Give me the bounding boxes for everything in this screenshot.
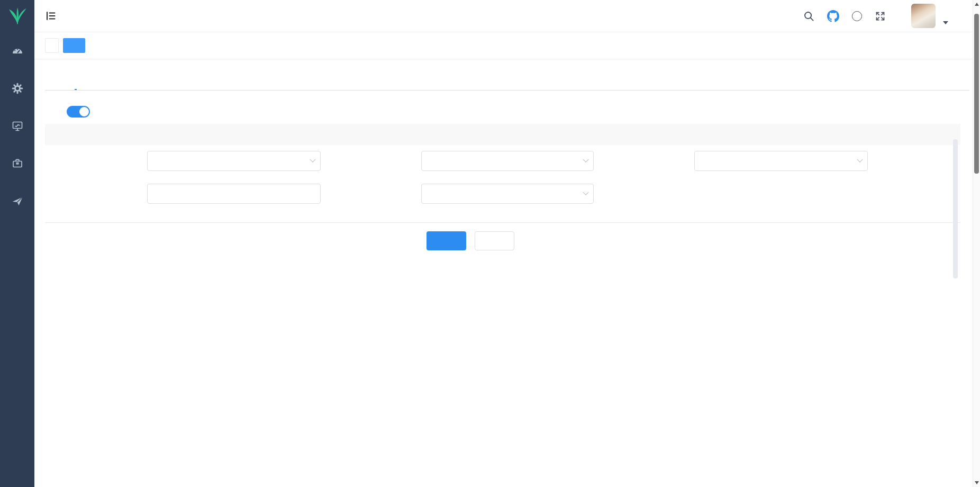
chevron-down-icon	[583, 190, 588, 195]
row-expand-panel	[45, 145, 960, 223]
tag-home[interactable]	[45, 38, 59, 53]
scroll-down-arrow-icon[interactable]	[975, 481, 979, 484]
sidebar-item-dashboard[interactable]	[0, 32, 34, 69]
github-icon[interactable]	[827, 10, 839, 22]
main-area	[34, 0, 980, 487]
sidebar-item-publish[interactable]	[0, 182, 34, 220]
back-button[interactable]	[475, 231, 514, 250]
assoc-table-select[interactable]	[147, 151, 321, 171]
briefcase-icon	[11, 157, 24, 170]
assoc-field-select[interactable]	[421, 151, 594, 171]
sidebar	[0, 0, 34, 487]
topbar	[34, 0, 980, 32]
map-java-type-select[interactable]	[421, 184, 594, 204]
sidebar-item-monitor[interactable]	[0, 107, 34, 145]
fullscreen-icon[interactable]	[875, 11, 886, 22]
table-header-row	[45, 124, 960, 145]
tab-basic-info[interactable]	[45, 69, 47, 90]
map-field-select[interactable]	[694, 151, 868, 171]
window-scrollbar[interactable]	[973, 0, 980, 487]
tag-active-page[interactable]	[63, 38, 85, 53]
help-icon[interactable]	[852, 11, 862, 21]
java-attr-input[interactable]	[147, 184, 321, 204]
chevron-down-icon	[583, 157, 588, 163]
chevron-down-icon	[310, 157, 315, 163]
sidebar-item-finance[interactable]	[0, 220, 34, 257]
user-avatar[interactable]	[911, 4, 936, 28]
association-form-row-2	[45, 184, 960, 204]
form-actions	[45, 231, 960, 250]
tab-field-info[interactable]	[75, 69, 77, 90]
app-logo[interactable]	[0, 0, 34, 32]
user-menu-caret-icon[interactable]	[943, 21, 948, 24]
sidebar-item-tools[interactable]	[0, 145, 34, 182]
sidebar-collapse-icon[interactable]	[45, 10, 57, 22]
window-scrollbar-thumb[interactable]	[974, 14, 979, 174]
association-toggle-switch[interactable]	[67, 106, 90, 118]
dashboard-icon	[11, 44, 24, 57]
field-association-row	[45, 103, 969, 120]
tab-gen-info[interactable]	[104, 69, 106, 90]
table-scrollbar-thumb[interactable]	[953, 139, 958, 278]
page-content	[34, 69, 980, 250]
paper-plane-icon	[11, 195, 24, 208]
chevron-down-icon	[857, 157, 863, 163]
form-tabs	[45, 69, 969, 91]
topbar-actions	[803, 4, 969, 28]
sidebar-item-system[interactable]	[0, 69, 34, 107]
search-icon[interactable]	[803, 11, 814, 22]
submit-button[interactable]	[427, 231, 466, 250]
fields-table	[45, 124, 960, 223]
plant-logo-icon	[6, 5, 29, 26]
association-form-row-1	[45, 151, 960, 171]
gear-icon	[11, 82, 24, 95]
scroll-up-arrow-icon[interactable]	[975, 3, 979, 6]
monitor-chart-icon	[11, 120, 24, 132]
tags-view-bar	[34, 32, 980, 59]
